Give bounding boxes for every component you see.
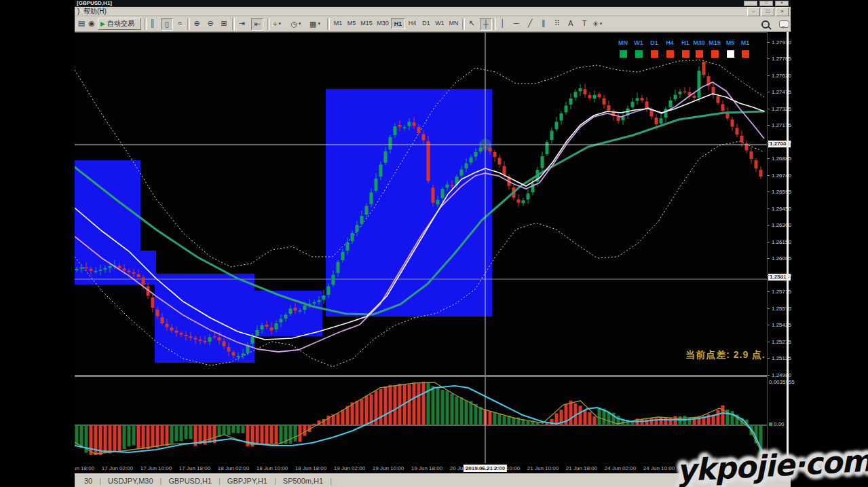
timeframe-group: M1M5M15M30H1H4D1W1MN	[331, 18, 461, 29]
price-tick-mark	[768, 308, 770, 309]
autotrade-button[interactable]: ▶ 自动交易	[98, 18, 141, 30]
chart-area[interactable]: MNW1D1H4H1M30M15M5M1 当前点差: 2.9 点.	[75, 32, 767, 465]
chat-icon[interactable]	[779, 20, 789, 28]
mt4-window: [GBPUSD,H1] _□× ) 帮助(H) –□× ▶ 自动交易 M1M5M…	[75, 0, 791, 487]
arrows-icon[interactable]: ✳ ▾	[592, 18, 603, 29]
time-tick-label: 19 Jun 10:00	[373, 465, 404, 471]
toolbar-separator	[187, 18, 190, 30]
time-tick-label: 18 Jun 10:00	[257, 465, 288, 471]
timeframe-button-M30[interactable]: M30	[375, 18, 391, 29]
dropdown-arrow-icon: ▾	[316, 21, 320, 26]
time-tick-label: 21 Jun 10:00	[527, 465, 559, 471]
price-tick-mark	[768, 75, 770, 76]
title-control-2[interactable]: ×	[775, 1, 789, 6]
toolbar-separator	[144, 18, 147, 30]
pane-separator[interactable]	[75, 375, 767, 377]
time-tick-label: 24 Jun 10:00	[643, 465, 675, 471]
child-control-1[interactable]: □	[761, 7, 774, 16]
crosshair-center	[479, 139, 491, 151]
channel-icon[interactable]: ∥	[538, 18, 549, 29]
price-tick-mark	[768, 92, 770, 92]
time-tick-label: 20 Jun 10:00	[489, 465, 520, 471]
time-tick-label: 21 Jun 18:00	[566, 465, 597, 471]
timeframe-button-M5[interactable]: M5	[345, 18, 358, 29]
fibonacci-icon[interactable]: ⠿	[552, 18, 563, 29]
spread-label: 当前点差: 2.9 点.	[666, 349, 766, 361]
time-tick-label: 18 Jun 18:00	[295, 465, 326, 471]
periods-icon[interactable]: ◷ ▾	[290, 18, 301, 29]
window-title: [GBPUSD,H1]	[77, 0, 112, 6]
autotrade-label: 自动交易	[107, 19, 134, 29]
timeframe-button-D1[interactable]: D1	[419, 18, 433, 29]
tile-windows-icon[interactable]: ⊞	[219, 18, 229, 29]
text-icon[interactable]: A	[565, 18, 576, 29]
timeframe-button-W1[interactable]: W1	[433, 18, 447, 29]
timeframe-button-H1[interactable]: H1	[391, 18, 405, 29]
tab-separator: |	[330, 477, 332, 485]
price-tick-mark	[768, 192, 770, 192]
horizontal-line-icon[interactable]: ─	[511, 18, 522, 29]
price-tick-mark	[768, 258, 770, 259]
bars-chart-icon[interactable]: ║	[147, 18, 158, 29]
toolbar-separator	[267, 18, 270, 30]
price-tick-mark	[768, 342, 770, 342]
price-tick-mark	[768, 209, 770, 209]
toolbar-separator	[327, 18, 330, 30]
search-icon[interactable]	[761, 20, 770, 29]
price-tick-mark	[768, 242, 770, 242]
chart-tab-GBPUSD,H1[interactable]: GBPUSD,H1	[162, 477, 219, 485]
dropdown-arrow-icon: ▾	[599, 21, 602, 26]
price-tick-mark	[768, 358, 770, 359]
chart-tab-30[interactable]: 30	[77, 477, 99, 485]
line-chart-icon[interactable]: ≈	[174, 18, 185, 29]
time-tick-label: 17 Jun 10:00	[140, 465, 172, 471]
chart-file-icon[interactable]: ▤	[76, 18, 87, 29]
timeframe-button-MN[interactable]: MN	[447, 18, 461, 29]
child-window-controls: –□×	[747, 7, 789, 16]
trendline-icon[interactable]: ╱	[525, 18, 535, 29]
time-tick-label: 14 Jun 18:00	[75, 465, 94, 471]
price-tick-mark	[768, 225, 770, 226]
timeframe-button-M1[interactable]: M1	[331, 18, 345, 29]
price-tick-mark	[768, 375, 770, 376]
crosshair-icon[interactable]: ┼	[480, 18, 492, 31]
window-edge	[787, 32, 789, 464]
toolbar-separator	[493, 18, 496, 30]
auto-scroll-icon[interactable]: ⇥	[236, 18, 247, 29]
indicator-max-label: 0.0035955	[769, 379, 795, 385]
globe-icon[interactable]: ◉	[86, 18, 97, 29]
dropdown-arrow-icon: ▾	[277, 21, 280, 26]
toolbar-separator	[462, 18, 465, 30]
price-tick-mark	[768, 291, 770, 292]
window-controls: _□×	[744, 1, 789, 6]
candlestick-chart-icon[interactable]: ▯	[161, 18, 173, 31]
play-icon: ▶	[100, 20, 105, 27]
new-order-icon[interactable]: + ▾	[271, 18, 282, 29]
price-tick-mark	[768, 275, 770, 276]
chart-tab-USDJPY,M30[interactable]: USDJPY,M30	[101, 477, 159, 485]
toolbar: ▶ 自动交易 M1M5M15M30H1H4D1W1MN ▤◉║▯≈⊕⊖⊞⇥⇤+ …	[75, 16, 791, 32]
timeframe-button-H4[interactable]: H4	[405, 18, 419, 29]
menu-item-help[interactable]: 帮助(H)	[83, 7, 107, 15]
zoom-out-icon[interactable]: ⊖	[205, 18, 216, 29]
timeframe-button-M15[interactable]: M15	[358, 18, 375, 29]
template-icon[interactable]: ▦ ▾	[309, 18, 320, 29]
price-tick-mark	[768, 125, 770, 126]
vertical-line-icon[interactable]: │	[497, 18, 508, 29]
chart-tab-SP500m,H1[interactable]: SP500m,H1	[276, 477, 330, 485]
chart-shift-icon[interactable]: ⇤	[251, 18, 263, 31]
indicator-zero-label: 0.00	[769, 421, 785, 427]
title-control-0[interactable]: _	[744, 1, 757, 6]
child-control-0[interactable]: –	[747, 7, 760, 16]
cursor-icon[interactable]: ↖	[466, 18, 477, 29]
zoom-in-icon[interactable]: ⊕	[191, 18, 202, 29]
indicator-marker-icon	[769, 422, 772, 426]
label-icon[interactable]: T	[579, 18, 590, 29]
dropdown-arrow-icon: ▾	[297, 21, 301, 26]
chart-tab-GBPJPY,H1[interactable]: GBPJPY,H1	[221, 477, 274, 485]
menu-partial: )	[77, 7, 79, 15]
title-control-1[interactable]: □	[759, 1, 773, 6]
time-tick-label: 24 Jun 02:00	[605, 465, 636, 471]
time-tick-label: 19 Jun 18:00	[411, 465, 442, 471]
child-control-2[interactable]: ×	[776, 7, 789, 16]
